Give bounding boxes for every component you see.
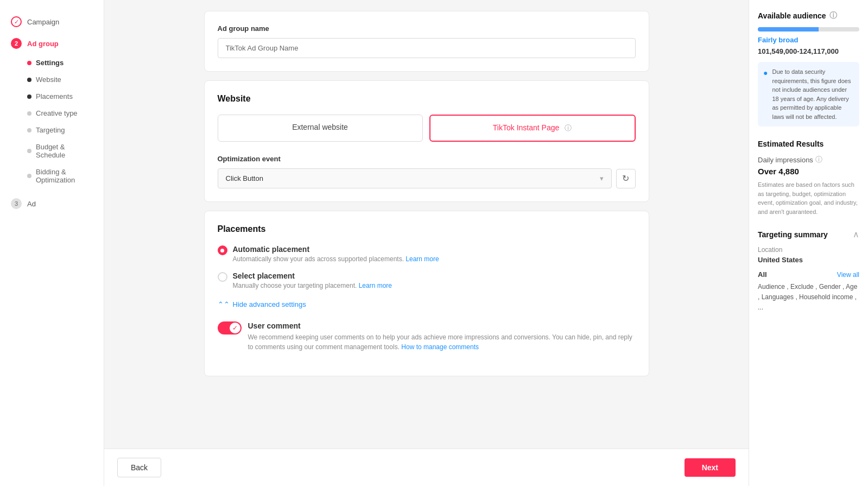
sidebar-label-campaign: Campaign — [27, 18, 59, 26]
sidebar-item-bidding-optimization[interactable]: Bidding & Optimization — [0, 163, 104, 188]
ad-group-name-label: Ad group name — [218, 24, 636, 33]
dot-targeting — [27, 128, 31, 132]
available-audience-info-icon[interactable]: ⓘ — [829, 11, 837, 21]
dot-settings — [27, 61, 31, 65]
optimization-event-select[interactable]: Click Button ▾ — [218, 168, 612, 188]
manage-comments-link[interactable]: How to manage comments — [401, 343, 479, 351]
placements-card: Placements Automatic placement Automatic… — [204, 211, 649, 376]
right-panel: Available audience ⓘ Fairly broad 101,54… — [749, 0, 868, 486]
select-learn-more-link[interactable]: Learn more — [359, 282, 392, 289]
placements-section-title: Placements — [218, 224, 636, 234]
dot-website — [27, 78, 31, 82]
estimated-desc: Estimates are based on factors such as t… — [758, 180, 859, 216]
targeting-summary-section: Targeting summary ∧ Location United Stat… — [758, 229, 859, 313]
user-comment-row: ✓ User comment We recommend keeping user… — [218, 321, 636, 352]
select-placement-option[interactable]: Select placement Manually choose your ta… — [218, 272, 636, 289]
sidebar-item-budget-schedule[interactable]: Budget & Schedule — [0, 138, 104, 163]
back-button[interactable]: Back — [117, 458, 161, 477]
sidebar-step-campaign[interactable]: ✓ Campaign — [0, 11, 104, 33]
dot-placements — [27, 94, 31, 99]
targeting-summary-header: Targeting summary ∧ — [758, 229, 859, 239]
targeting-tags: Audience , Exclude , Gender , Age , Lang… — [758, 282, 859, 313]
select-placement-text: Select placement Manually choose your ta… — [233, 272, 392, 289]
dot-budget-schedule — [27, 149, 31, 153]
sidebar-sub-label-targeting: Targeting — [36, 126, 65, 134]
targeting-summary-title: Targeting summary — [758, 230, 828, 239]
targeting-all-row: All View all — [758, 270, 859, 279]
view-all-link[interactable]: View all — [837, 271, 859, 279]
refresh-button[interactable]: ↻ — [616, 169, 636, 188]
notice-info-icon: ● — [763, 67, 768, 121]
toggle-knob: ✓ — [230, 323, 240, 333]
sidebar-item-settings[interactable]: Settings — [0, 54, 104, 71]
placements-radio-group: Automatic placement Automatically show y… — [218, 245, 636, 289]
sidebar-label-ad: Ad — [27, 200, 36, 208]
optimization-event-label: Optimization event — [218, 155, 636, 163]
data-notice: ● Due to data security requirements, thi… — [758, 62, 859, 127]
daily-impressions-info-icon[interactable]: ⓘ — [815, 155, 822, 165]
sidebar-step-adgroup[interactable]: 2 Ad group — [0, 33, 104, 54]
dot-creative-type — [27, 111, 31, 116]
automatic-placement-text: Automatic placement Automatically show y… — [233, 245, 439, 263]
sidebar-sub-label-settings: Settings — [36, 59, 64, 67]
select-placement-radio[interactable] — [218, 272, 227, 282]
targeting-all-label: All — [758, 270, 767, 279]
sidebar-sub-label-placements: Placements — [36, 92, 73, 100]
optimization-event-wrapper: Click Button ▾ ↻ — [218, 168, 636, 188]
sidebar-sub-label-bidding-optimization: Bidding & Optimization — [36, 168, 93, 184]
automatic-learn-more-link[interactable]: Learn more — [406, 255, 439, 263]
user-comment-toggle[interactable]: ✓ — [218, 321, 242, 334]
sidebar-item-placements[interactable]: Placements — [0, 88, 104, 105]
audience-bar — [758, 27, 859, 31]
step-num-ad: 3 — [11, 198, 22, 209]
main-content: Ad group name Website External website T… — [104, 0, 749, 486]
sidebar-item-targeting[interactable]: Targeting — [0, 122, 104, 138]
website-card: Website External website TikTok Instant … — [204, 80, 649, 202]
available-audience-section: Available audience ⓘ Fairly broad 101,54… — [758, 11, 859, 127]
ad-group-name-card: Ad group name — [204, 11, 649, 72]
targeting-location-value: United States — [758, 256, 859, 264]
footer: Back Next — [104, 449, 749, 486]
chevron-down-icon: ▾ — [600, 174, 604, 182]
sidebar-item-creative-type[interactable]: Creative type — [0, 105, 104, 122]
sidebar-item-website[interactable]: Website — [0, 71, 104, 88]
audience-range-value: 101,549,000-124,117,000 — [758, 47, 859, 55]
available-audience-title: Available audience ⓘ — [758, 11, 859, 21]
ad-group-name-input[interactable] — [218, 38, 636, 58]
hide-advanced-settings-link[interactable]: ⌃⌃ Hide advanced settings — [218, 300, 636, 308]
next-button[interactable]: Next — [685, 458, 736, 477]
fairly-broad-label: Fairly broad — [758, 36, 859, 44]
automatic-placement-radio[interactable] — [218, 245, 227, 255]
sidebar-sub-label-budget-schedule: Budget & Schedule — [36, 143, 93, 159]
dot-bidding-optimization — [27, 174, 31, 178]
website-section-title: Website — [218, 94, 636, 104]
automatic-placement-option[interactable]: Automatic placement Automatically show y… — [218, 245, 636, 263]
tiktok-instant-page-option[interactable]: TikTok Instant Page ⓘ — [429, 115, 636, 142]
daily-impressions-label: Daily impressions ⓘ — [758, 155, 859, 165]
step-num-adgroup: 2 — [11, 38, 22, 49]
external-website-option[interactable]: External website — [218, 115, 423, 142]
chevron-up-icon: ⌃⌃ — [218, 300, 230, 308]
sidebar-step-ad[interactable]: 3 Ad — [0, 193, 104, 214]
targeting-location-label: Location — [758, 246, 859, 254]
user-comment-info: User comment We recommend keeping user c… — [248, 321, 636, 352]
estimated-results-title: Estimated Results — [758, 140, 859, 148]
targeting-summary-collapse-button[interactable]: ∧ — [853, 229, 859, 239]
daily-impressions-value: Over 4,880 — [758, 167, 859, 176]
sidebar-sub-label-website: Website — [36, 75, 61, 84]
refresh-icon: ↻ — [622, 173, 629, 184]
sidebar-sub-label-creative-type: Creative type — [36, 109, 78, 117]
tiktok-info-icon: ⓘ — [565, 124, 572, 132]
estimated-results-section: Estimated Results Daily impressions ⓘ Ov… — [758, 140, 859, 216]
step-num-campaign: ✓ — [11, 16, 22, 27]
sidebar-label-adgroup: Ad group — [27, 40, 59, 48]
website-options: External website TikTok Instant Page ⓘ — [218, 115, 636, 142]
sidebar: ✓ Campaign 2 Ad group Settings Website P… — [0, 0, 104, 486]
